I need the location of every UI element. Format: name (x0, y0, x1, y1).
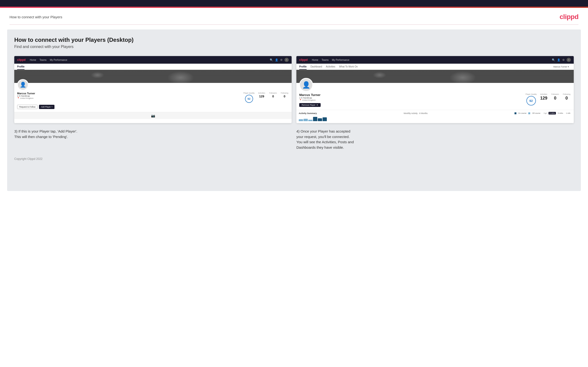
avatar-icon-1: 👤 (20, 82, 26, 88)
player-location-2: 📍 United Kingdom (299, 99, 523, 101)
screenshot-1: clippd Home Teams My Performance 🔍 👤 ⚙ A… (14, 56, 292, 123)
tab-activities-2[interactable]: Activities (326, 64, 335, 70)
nav-link-performance-1[interactable]: My Performance (50, 59, 67, 61)
app-tabs-1: Profile (14, 64, 292, 70)
main-content: How to connect with your Players (Deskto… (7, 29, 581, 191)
app-tabs-2: Profile Dashboard Activities What To Wor… (296, 64, 574, 70)
nav-icons-1: 🔍 👤 ⚙ A (270, 58, 289, 62)
activities-value-2: 129 (539, 96, 548, 101)
off-course-dot (528, 112, 530, 114)
golf-banner-2 (296, 70, 574, 83)
filter-6mths[interactable]: 6 mths (548, 112, 556, 115)
chart-bar-3 (308, 120, 312, 121)
filter-1mth[interactable]: 1 mth (565, 112, 571, 115)
person-icon-1[interactable]: 👤 (275, 58, 278, 61)
avatar-1[interactable]: A (285, 58, 289, 62)
search-icon-1[interactable]: 🔍 (270, 58, 273, 61)
followers-label-1: Followers (269, 92, 277, 94)
person-icon-2[interactable]: 👤 (557, 58, 560, 61)
on-course-label: On course (518, 112, 527, 114)
player-avatar-2: 👤 (299, 78, 313, 92)
profile-info-2: 👤 Marcus Turner 1-5 Handicap 📍 United Ki… (296, 83, 574, 110)
step3-description: 3) If this is your Player tap, 'Add Play… (14, 129, 292, 150)
profile-name-block-1: Marcus Turner 1-5 Handicap 📍 United King… (17, 92, 241, 99)
golf-banner-1 (14, 70, 292, 83)
following-label-2: Following (562, 93, 571, 95)
request-follow-button[interactable]: Request to Follow (17, 105, 38, 109)
activities-label-1: Activities (257, 92, 266, 94)
following-label-1: Following (280, 92, 289, 94)
remove-player-button[interactable]: Remove Player ✕ (299, 103, 321, 107)
activities-stat-2: Activities 129 (539, 93, 548, 101)
player-name-1: Marcus Turner (17, 92, 241, 95)
chart-bar-6 (322, 117, 327, 121)
followers-label-2: Followers (551, 93, 560, 95)
tab-dashboard-2[interactable]: Dashboard (311, 64, 322, 70)
nav-link-home-1[interactable]: Home (30, 59, 36, 61)
activity-legend: On course Off course (515, 112, 540, 114)
step4-description: 4) Once your Player has acceptedyour req… (296, 129, 574, 150)
add-player-button[interactable]: Add Player + (39, 105, 54, 109)
activity-title: Activity Summary (299, 112, 317, 115)
nav-link-teams-2[interactable]: Teams (322, 59, 329, 61)
player-dropdown[interactable]: Marcus Turner ▾ (553, 66, 571, 68)
activity-summary: Activity Summary Monthly Activity · 6 Mo… (296, 110, 574, 123)
on-course-dot (515, 112, 516, 114)
time-filters: 1 yr 6 mths 3 mths 1 mth (543, 112, 571, 115)
nav-link-home-2[interactable]: Home (312, 59, 318, 61)
chart-bar-1 (299, 119, 303, 121)
app-logo-1: clippd (17, 58, 26, 61)
app-logo-2: clippd (299, 58, 308, 61)
activity-header: Activity Summary Monthly Activity · 6 Mo… (299, 112, 571, 115)
pq-label-1: Player Quality (243, 92, 254, 94)
followers-value-2: 0 (551, 96, 560, 101)
filter-3mths[interactable]: 3 mths (557, 112, 564, 115)
activities-value-1: 129 (257, 94, 266, 98)
pq-circle-1: 92 (245, 95, 253, 103)
pq-label-2: Player Quality (526, 93, 537, 95)
following-value-2: 0 (562, 96, 571, 101)
profile-name-block-2: Marcus Turner 1-5 Handicap 📍 United King… (299, 93, 523, 107)
profile-stats-row-1: Marcus Turner 1-5 Handicap 📍 United King… (17, 92, 289, 103)
descriptions-row: 3) If this is your Player tap, 'Add Play… (14, 129, 574, 150)
avatar-2[interactable]: A (567, 58, 571, 62)
followers-value-1: 0 (269, 94, 277, 98)
player-quality-2: Player Quality 92 (526, 93, 537, 106)
settings-icon-1[interactable]: ⚙ (280, 58, 283, 61)
main-subtitle: Find and connect with your Players (14, 45, 574, 49)
camera-icon-1: 📷 (151, 114, 155, 117)
breadcrumb: How to connect with your Players (9, 15, 62, 19)
player-handicap-1: 1-5 Handicap (17, 95, 241, 97)
off-course-label: Off course (532, 112, 540, 114)
search-icon-2[interactable]: 🔍 (552, 58, 555, 61)
followers-stat-2: Followers 0 (551, 93, 560, 101)
player-avatar-1: 👤 (17, 79, 28, 91)
profile-info-1: 👤 Marcus Turner 1-5 Handicap 📍 United Ki… (14, 83, 292, 112)
header-divider (9, 25, 579, 25)
main-title: How to connect with your Players (Deskto… (14, 37, 574, 43)
filter-1yr[interactable]: 1 yr (543, 112, 548, 115)
settings-icon-2[interactable]: ⚙ (562, 58, 565, 61)
chart-bar-5 (318, 118, 322, 121)
nav-link-performance-2[interactable]: My Performance (332, 59, 349, 61)
clippd-logo: clippd (560, 13, 579, 21)
pq-circle-2: 92 (526, 96, 536, 106)
footer-copyright: Copyright Clippd 2022 (14, 157, 574, 161)
top-bar (0, 0, 588, 7)
app-nav-2: clippd Home Teams My Performance 🔍 👤 ⚙ A (296, 56, 574, 64)
activities-stat-1: Activities 129 (257, 92, 266, 98)
following-stat-1: Following 0 (280, 92, 289, 98)
location-pin-icon-2: 📍 (299, 99, 302, 101)
followers-stat-1: Followers 0 (269, 92, 277, 98)
nav-link-teams-1[interactable]: Teams (40, 59, 46, 61)
tab-profile-1[interactable]: Profile (17, 64, 25, 70)
player-quality-1: Player Quality 92 (243, 92, 254, 103)
activities-label-2: Activities (539, 93, 548, 95)
action-buttons-1: Request to Follow Add Player + (17, 105, 289, 109)
tab-what-to-work-on-2[interactable]: What To Work On (339, 64, 358, 70)
location-pin-icon-1: 📍 (17, 97, 19, 99)
tab-profile-2[interactable]: Profile (299, 64, 307, 70)
remove-x-icon: ✕ (316, 104, 318, 106)
app-nav-1: clippd Home Teams My Performance 🔍 👤 ⚙ A (14, 56, 292, 64)
avatar-icon-2: 👤 (302, 81, 311, 89)
